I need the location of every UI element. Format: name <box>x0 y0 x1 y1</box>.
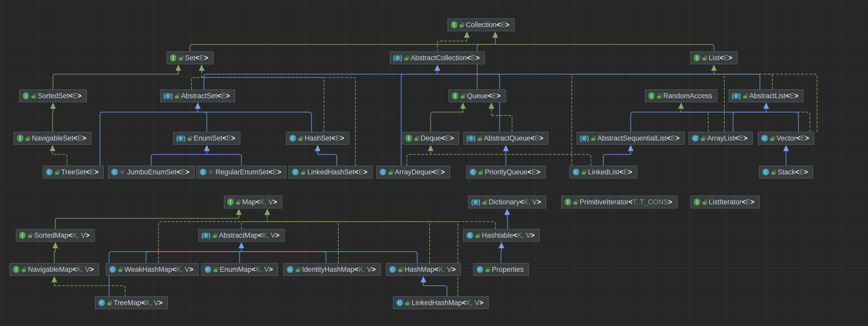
uml-diagram-canvas[interactable]: I Collection<E> I Set<E> (C) AbstractCol… <box>0 0 868 326</box>
interface-icon: I <box>17 135 23 142</box>
public-visibility-icon <box>703 202 707 204</box>
class-node-RegularEnumSet[interactable]: C RegularEnumSet<E> <box>196 166 286 178</box>
class-name-label: AbstractList<E> <box>749 92 799 100</box>
interface-icon: I <box>452 92 458 99</box>
class-name-label: Collection<E> <box>466 21 509 29</box>
class-node-EnumMap[interactable]: C EnumMap<K, V> <box>201 263 278 276</box>
class-node-WeakHashMap[interactable]: C WeakHashMap<K, V> <box>106 263 199 276</box>
class-node-AbstractList[interactable]: (C) AbstractList<E> <box>729 89 804 102</box>
class-icon: C <box>761 135 768 141</box>
interface-icon: I <box>564 198 571 206</box>
class-icon: C <box>46 169 53 175</box>
abstract-class-icon: (C) <box>471 199 480 205</box>
public-visibility-icon <box>573 202 577 204</box>
public-visibility-icon <box>771 172 775 175</box>
class-icon: C <box>572 169 579 175</box>
class-node-ListIterator[interactable]: I ListIterator<E> <box>690 196 760 208</box>
class-node-SortedSet[interactable]: I SortedSet<E> <box>20 89 87 102</box>
interface-icon: I <box>406 135 412 142</box>
class-name-label: NavigableMap<K, V> <box>28 266 94 273</box>
public-visibility-icon <box>188 138 191 141</box>
class-node-ArrayList[interactable]: C ArrayList<E> <box>689 132 753 145</box>
public-visibility-icon <box>398 269 402 272</box>
abstract-class-icon: (C) <box>164 93 173 99</box>
abstract-class-icon: (C) <box>394 55 402 61</box>
class-name-label: Deque<E> <box>421 134 454 142</box>
class-node-AbstractSet[interactable]: (C) AbstractSet<E> <box>160 89 235 102</box>
class-name-label: SortedMap<K, V> <box>34 231 90 239</box>
class-node-SortedMap[interactable]: I SortedMap<K, V> <box>16 229 95 242</box>
class-node-Map[interactable]: I Map<K, V> <box>224 196 282 208</box>
class-name-label: Vector<E> <box>776 134 809 142</box>
class-node-TreeMap[interactable]: C TreeMap<K, V> <box>95 296 168 309</box>
public-visibility-icon <box>301 172 305 175</box>
class-node-Deque[interactable]: I Deque<E> <box>402 132 459 145</box>
class-node-Set[interactable]: I Set<E> <box>166 52 213 64</box>
interface-icon: I <box>694 54 700 62</box>
public-visibility-icon <box>476 235 479 238</box>
public-visibility-icon <box>414 138 418 141</box>
class-name-label: NavigableSet<E> <box>32 134 86 142</box>
class-node-Queue[interactable]: I Queue<E> <box>448 89 506 102</box>
class-node-AbstractCollection[interactable]: (C) AbstractCollection<E> <box>390 52 485 64</box>
class-node-Hashtable[interactable]: C Hashtable<K, V> <box>463 229 540 242</box>
class-name-label: WeakHashMap<K, V> <box>125 266 194 273</box>
class-icon: C <box>379 169 386 175</box>
class-node-Vector[interactable]: C Vector<E> <box>758 132 814 145</box>
interface-icon: I <box>23 92 29 99</box>
class-node-PriorityQueue[interactable]: C PriorityQueue<E> <box>466 166 546 178</box>
public-visibility-icon <box>701 138 705 141</box>
class-name-label: Set<E> <box>185 54 208 62</box>
class-node-TreeSet[interactable]: C TreeSet<E> <box>43 166 104 178</box>
class-node-Properties[interactable]: C Properties <box>473 263 529 276</box>
public-visibility-icon <box>107 302 111 305</box>
public-visibility-icon <box>118 269 122 272</box>
package-visibility-icon <box>121 170 124 174</box>
class-node-RandomAccess[interactable]: I RandomAccess <box>645 89 717 102</box>
class-name-label: PrimitiveIterator<T, T_CONS> <box>580 198 672 206</box>
interface-icon: I <box>19 232 26 239</box>
public-visibility-icon <box>389 172 392 175</box>
class-name-label: Hashtable<K, V> <box>482 231 534 239</box>
class-name-label: Stack<E> <box>778 168 808 176</box>
nodes-layer: I Collection<E> I Set<E> (C) AbstractCol… <box>0 0 868 326</box>
public-visibility-icon <box>591 138 595 141</box>
class-node-NavigableSet[interactable]: I NavigableSet<E> <box>13 132 91 145</box>
class-name-label: AbstractSequentialList<E> <box>597 134 680 142</box>
class-name-label: AbstractCollection<E> <box>410 54 479 62</box>
abstract-class-icon: (C) <box>580 135 589 141</box>
class-name-label: ArrayDeque<E> <box>395 168 445 176</box>
class-node-HashMap[interactable]: C HashMap<K, V> <box>386 263 461 276</box>
class-icon: C <box>287 266 293 273</box>
class-node-NavigableMap[interactable]: I NavigableMap<K, V> <box>9 263 99 276</box>
class-node-EnumSet[interactable]: (C) EnumSet<E> <box>173 132 240 145</box>
class-node-ArrayDeque[interactable]: C ArrayDeque<E> <box>376 166 450 178</box>
public-visibility-icon <box>404 58 408 60</box>
class-node-AbstractMap[interactable]: (C) AbstractMap<K, V> <box>198 229 285 242</box>
public-visibility-icon <box>298 138 302 141</box>
class-node-PrimitiveIterator[interactable]: I PrimitiveIterator<T, T_CONS> <box>561 196 677 208</box>
class-node-List[interactable]: I List<E> <box>690 52 738 64</box>
class-node-AbstractSequentialList[interactable]: (C) AbstractSequentialList<E> <box>577 132 685 145</box>
public-visibility-icon <box>479 172 483 175</box>
class-node-Dictionary[interactable]: (C) Dictionary<K, V> <box>468 196 546 208</box>
class-node-AbstractQueue[interactable]: (C) AbstractQueue<E> <box>463 132 548 145</box>
class-node-HashSet[interactable]: C HashSet<E> <box>286 132 349 145</box>
class-node-LinkedHashSet[interactable]: C LinkedHashSet<E> <box>289 166 373 178</box>
class-icon: C <box>476 266 483 273</box>
class-node-JumboEnumSet[interactable]: C JumboEnumSet<E> <box>108 166 195 178</box>
public-visibility-icon <box>236 202 240 204</box>
class-node-LinkedHashMap[interactable]: C LinkedHashMap<K, V> <box>393 296 489 309</box>
public-visibility-icon <box>657 96 661 98</box>
class-node-Stack[interactable]: C Stack<E> <box>759 166 813 178</box>
public-visibility-icon <box>703 58 707 60</box>
package-visibility-icon <box>209 170 213 174</box>
public-visibility-icon <box>582 172 586 175</box>
class-node-LinkedList[interactable]: C LinkedList<E> <box>569 166 637 178</box>
class-name-label: JumboEnumSet<E> <box>127 168 189 176</box>
class-node-IdentityHashMap[interactable]: C IdentityHashMap<K, V> <box>283 263 381 276</box>
class-node-Collection[interactable]: I Collection<E> <box>447 18 515 31</box>
class-name-label: Queue<E> <box>467 92 501 100</box>
class-name-label: PriorityQueue<E> <box>485 168 540 176</box>
class-name-label: TreeSet<E> <box>61 168 99 176</box>
